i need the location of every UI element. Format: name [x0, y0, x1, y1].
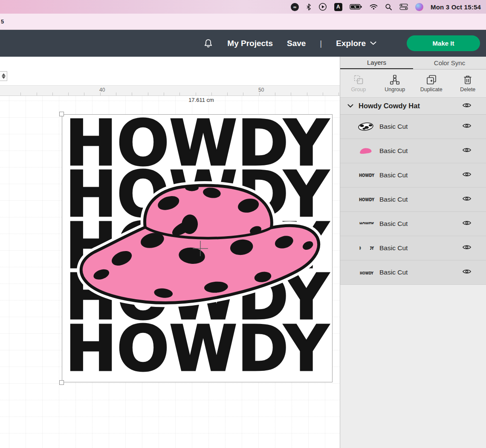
- eye-icon[interactable]: [462, 147, 472, 155]
- duplicate-icon: [426, 74, 437, 85]
- svg-text:HOWDY: HOWDY: [359, 246, 374, 251]
- ruler-mark: 50: [258, 87, 264, 93]
- eye-icon[interactable]: [462, 102, 472, 110]
- svg-text:HOWDY: HOWDY: [359, 222, 374, 226]
- layer-thumbnail-pink-hat: [357, 146, 376, 156]
- svg-text:HOWDY: HOWDY: [359, 197, 375, 202]
- eye-icon[interactable]: [462, 196, 472, 203]
- howdy-row: HOWDY: [65, 312, 330, 382]
- tab-strip-label: 5: [1, 18, 4, 25]
- trash-icon: [462, 74, 473, 85]
- adobe-cc-icon[interactable]: ∞: [291, 3, 299, 11]
- layer-row[interactable]: Basic Cut: [340, 115, 486, 139]
- eye-icon[interactable]: [462, 244, 472, 252]
- layer-row[interactable]: HOWDY Basic Cut: [340, 236, 486, 260]
- selection-width-label: 17.611 cm: [186, 97, 216, 103]
- panel-tabs: Layers Color Sync: [340, 57, 486, 69]
- macos-menubar: ∞ A Mon 3 Oct 15:54: [0, 0, 486, 14]
- wifi-icon[interactable]: [370, 3, 378, 11]
- layer-group-title: Howdy Cowdy Hat: [359, 102, 420, 110]
- eye-icon[interactable]: [462, 171, 472, 179]
- layers-panel: Layers Color Sync Group: [340, 57, 486, 448]
- selection-handle-bottom-left[interactable]: [59, 380, 64, 385]
- selection-bounding-box[interactable]: HOWDY HOWDY HOWDY HOWDY HOWDY: [62, 114, 333, 382]
- app-header: My Projects Save | Explore Make It: [0, 30, 486, 57]
- canvas-toolbar-strip: [0, 57, 340, 85]
- group-icon: [353, 74, 364, 85]
- layer-thumbnail-howdy-text: HOWDY: [357, 171, 376, 179]
- eye-icon[interactable]: [462, 123, 472, 130]
- layer-row[interactable]: HOWDY Basic Cut: [340, 163, 486, 188]
- duplicate-button[interactable]: Duplicate: [413, 74, 450, 92]
- layer-thumbnail-cow-print: [357, 121, 376, 132]
- delete-button[interactable]: Delete: [450, 74, 486, 92]
- canvas-area: 40 50 17.611 cm HOWDY: [0, 57, 340, 448]
- explore-menu[interactable]: Explore: [336, 39, 376, 48]
- layer-group-header[interactable]: Howdy Cowdy Hat: [340, 98, 486, 115]
- app-screen: ∞ A Mon 3 Oct 15:54 5: [0, 0, 486, 448]
- control-center-icon[interactable]: [399, 3, 408, 11]
- tab-color-sync[interactable]: Color Sync: [413, 57, 486, 69]
- bluetooth-icon[interactable]: [306, 3, 311, 11]
- layer-row[interactable]: HOWDY Basic Cut: [340, 260, 486, 285]
- menubar-clock[interactable]: Mon 3 Oct 15:54: [431, 3, 481, 11]
- ungroup-icon: [389, 74, 400, 85]
- svg-text:HOWDY: HOWDY: [359, 173, 375, 178]
- panel-empty-space: [340, 285, 486, 448]
- layer-thumbnail-howdy-sparse: HOWDY: [357, 244, 376, 252]
- play-icon[interactable]: [318, 3, 327, 11]
- layer-thumbnail-howdy-text: HOWDY: [357, 196, 376, 203]
- chevron-down-icon: [370, 41, 376, 45]
- svg-text:HOWDY: HOWDY: [360, 271, 373, 275]
- save-link[interactable]: Save: [287, 39, 306, 48]
- header-divider: |: [320, 39, 322, 48]
- my-projects-link[interactable]: My Projects: [227, 39, 273, 48]
- tab-layers[interactable]: Layers: [340, 57, 413, 69]
- ungroup-button[interactable]: Ungroup: [377, 74, 414, 92]
- layer-row[interactable]: Basic Cut: [340, 139, 486, 163]
- ruler-mark: 40: [99, 87, 105, 93]
- layer-thumbnail-howdy-small: HOWDY: [357, 269, 376, 276]
- spotlight-icon[interactable]: [385, 3, 392, 11]
- chevron-down-icon[interactable]: [347, 104, 353, 108]
- horizontal-ruler: 40 50: [0, 85, 340, 96]
- notifications-bell-icon[interactable]: [203, 39, 213, 48]
- battery-icon[interactable]: [350, 3, 362, 11]
- input-source-icon[interactable]: A: [334, 3, 342, 11]
- group-button: Group: [340, 74, 377, 92]
- layer-row[interactable]: HOWDY Basic Cut: [340, 188, 486, 212]
- layer-row[interactable]: HOWDY Basic Cut: [340, 212, 486, 236]
- siri-icon[interactable]: [415, 3, 423, 11]
- browser-tab-strip: 5: [0, 14, 486, 30]
- howdy-hat-artwork[interactable]: HOWDY HOWDY HOWDY HOWDY HOWDY: [62, 115, 332, 382]
- layers-toolbar: Group Ungroup: [340, 69, 486, 98]
- selection-handle-top-left[interactable]: [59, 112, 64, 116]
- layer-thumbnail-howdy-partial: HOWDY: [357, 220, 376, 228]
- value-stepper[interactable]: [0, 71, 7, 81]
- make-it-button[interactable]: Make It: [407, 35, 480, 51]
- eye-icon[interactable]: [462, 269, 472, 276]
- eye-icon[interactable]: [462, 220, 472, 228]
- design-canvas[interactable]: 17.611 cm HOWDY HOWDY HOWDY: [0, 96, 340, 448]
